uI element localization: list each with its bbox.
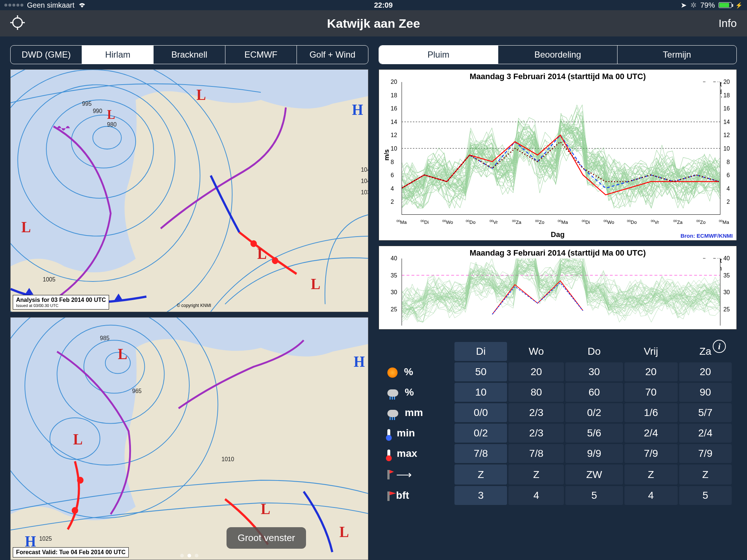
- map-meta-title-2: Forecast Valid: Tue 04 Feb 2014 00 UTC: [16, 549, 125, 555]
- locate-button[interactable]: [10, 15, 25, 31]
- tab-golfwind[interactable]: Golf + Wind: [297, 46, 368, 64]
- tab-dwd[interactable]: DWD (GME): [11, 46, 82, 64]
- svg-text:L: L: [73, 431, 83, 448]
- rain-icon: [387, 410, 398, 417]
- chart-source: Bron: ECMWF/KNMI: [681, 233, 733, 239]
- forecast-cell: 2/4: [624, 424, 678, 443]
- svg-text:965: 965: [132, 388, 142, 394]
- svg-point-12: [251, 240, 257, 247]
- forecast-cell: 7/8: [454, 444, 507, 463]
- forecast-cell: ZW: [565, 464, 623, 485]
- battery-pct: 79%: [700, 1, 715, 9]
- table-row: max7/87/89/97/97/9: [384, 444, 732, 463]
- tab-bracknell[interactable]: Bracknell: [154, 46, 225, 64]
- forecast-cell: 2/4: [679, 424, 732, 443]
- chart-title: Maandag 3 Februari 2014 (starttijd Ma 00…: [379, 70, 736, 81]
- forecast-header-row: Di Wo Do Vrij Za: [384, 342, 732, 361]
- forecast-cell: Z: [624, 464, 678, 485]
- svg-text:1010: 1010: [221, 456, 234, 463]
- wind-flag-large-icon: [387, 491, 390, 501]
- forecast-cell: 70: [624, 383, 678, 402]
- svg-text:1045: 1045: [361, 166, 368, 173]
- map-copyright: © copyright KNMI: [177, 303, 211, 308]
- tab-beoordeling[interactable]: Beoordeling: [498, 46, 618, 64]
- forecast-cell: 50: [454, 362, 507, 381]
- table-row: %1080607090: [384, 383, 732, 402]
- chart-title-2: Maandag 3 Februari 2014 (starttijd Ma 00…: [379, 246, 736, 258]
- svg-text:H: H: [352, 101, 363, 118]
- map-svg-2: L L L L H H 985 965 1025 1010: [11, 318, 368, 560]
- chart-xlabel: Dag: [551, 230, 565, 239]
- rain-icon: [387, 389, 398, 397]
- map-meta-subtitle: Issued at 03/00.30 UTC: [16, 303, 106, 308]
- table-row: min0/22/35/62/42/4: [384, 424, 732, 443]
- signal-icon: [4, 4, 23, 7]
- forecast-cell: Z: [454, 464, 507, 485]
- svg-point-35: [72, 507, 78, 514]
- bluetooth-icon: ✲: [690, 1, 697, 9]
- svg-text:995: 995: [82, 100, 92, 107]
- forecast-cell: 3: [454, 486, 507, 505]
- svg-text:H: H: [354, 353, 365, 370]
- tab-termijn[interactable]: Termijn: [618, 46, 736, 64]
- svg-text:L: L: [21, 219, 31, 236]
- info-icon[interactable]: i: [713, 340, 726, 353]
- forecast-cell: 1/6: [624, 403, 678, 422]
- svg-point-0: [13, 18, 22, 27]
- svg-text:L: L: [261, 501, 270, 517]
- plume-chart-wind[interactable]: Maandag 3 Februari 2014 (starttijd Ma 00…: [379, 69, 737, 241]
- forecast-cell: 90: [679, 383, 732, 402]
- wifi-icon: [78, 1, 86, 9]
- forecast-cell: 5/6: [565, 424, 623, 443]
- forecast-cell: 30: [565, 362, 623, 381]
- svg-text:1040: 1040: [361, 178, 368, 184]
- day-vrij: Vrij: [624, 342, 678, 361]
- chart-plot-area-2: [402, 258, 720, 326]
- forecast-cell: 80: [508, 383, 564, 402]
- plume-chart-gusts[interactable]: Maandag 3 Februari 2014 (starttijd Ma 00…: [379, 246, 737, 330]
- svg-text:L: L: [107, 107, 115, 121]
- svg-point-34: [77, 477, 84, 484]
- map-meta-title: Analysis for 03 Feb 2014 00 UTC: [16, 297, 106, 303]
- tab-pluim[interactable]: Pluim: [379, 46, 498, 64]
- forecast-cell: 2/3: [508, 424, 564, 443]
- svg-text:1025: 1025: [39, 535, 52, 542]
- forecast-cell: 0/2: [454, 424, 507, 443]
- carrier-label: Geen simkaart: [27, 1, 74, 9]
- model-tabs: DWD (GME) Hirlam Bracknell ECMWF Golf + …: [10, 45, 368, 64]
- synoptic-map-analysis[interactable]: L L L L L H 995 990 980 1005 1045 1040 1…: [10, 69, 368, 312]
- forecast-cell: 5/7: [679, 403, 732, 422]
- forecast-cell: 20: [508, 362, 564, 381]
- chart-ylabel: m/s: [383, 149, 391, 160]
- forecast-cell: 2/3: [508, 403, 564, 422]
- view-tabs: Pluim Beoordeling Termijn: [379, 45, 737, 64]
- table-row: ⟶ZZZWZZ: [384, 464, 732, 485]
- svg-text:1005: 1005: [43, 276, 55, 283]
- synoptic-map-forecast[interactable]: L L L L H H 985 965 1025 1010 Forecast V…: [10, 317, 368, 560]
- enlarge-button[interactable]: Groot venster: [227, 527, 306, 549]
- charging-icon: ⚡: [735, 2, 743, 9]
- forecast-cell: 7/8: [508, 444, 564, 463]
- svg-point-13: [272, 257, 278, 264]
- table-row: %5020302020: [384, 362, 732, 381]
- svg-text:985: 985: [100, 335, 109, 342]
- forecast-cell: 4: [508, 486, 564, 505]
- forecast-cell: Z: [508, 464, 564, 485]
- svg-text:L: L: [197, 86, 206, 103]
- forecast-cell: 20: [624, 362, 678, 381]
- page-indicator: [180, 554, 198, 557]
- arrow-right-icon: ⟶: [396, 468, 412, 481]
- info-button[interactable]: Info: [719, 17, 737, 30]
- crosshair-icon: [10, 15, 25, 30]
- tab-ecmwf[interactable]: ECMWF: [225, 46, 297, 64]
- forecast-cell: 20: [679, 362, 732, 381]
- forecast-cell: 4: [624, 486, 678, 505]
- day-wo: Wo: [508, 342, 564, 361]
- thermometer-min-icon: [387, 429, 390, 439]
- battery-icon: [719, 2, 732, 8]
- tab-hirlam[interactable]: Hirlam: [82, 46, 154, 64]
- table-row: mm0/02/30/21/65/7: [384, 403, 732, 422]
- forecast-cell: 9/9: [565, 444, 623, 463]
- ios-status-bar: Geen simkaart 22:09 ➤ ✲ 79% ⚡: [0, 0, 747, 10]
- forecast-cell: 0/0: [454, 403, 507, 422]
